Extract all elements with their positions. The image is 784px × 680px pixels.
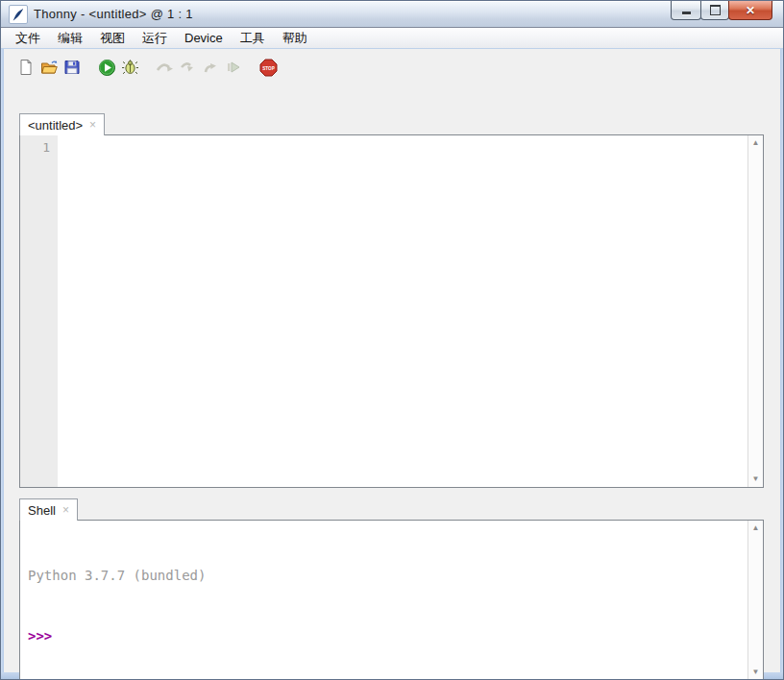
tab-close-icon[interactable]: × xyxy=(89,118,96,132)
svg-text:STOP: STOP xyxy=(262,65,274,70)
step-into-icon xyxy=(178,59,197,76)
shell-version-line: Python 3.7.7 (bundled) xyxy=(28,566,740,586)
step-over-button xyxy=(154,57,175,78)
step-over-icon xyxy=(155,59,174,76)
window-border-right xyxy=(780,49,783,672)
maximize-icon xyxy=(710,5,721,15)
tab-close-icon[interactable]: × xyxy=(62,503,69,517)
close-button[interactable]: ✕ xyxy=(728,1,772,20)
resume-icon xyxy=(225,59,242,76)
menu-edit[interactable]: 编辑 xyxy=(49,28,91,49)
close-icon: ✕ xyxy=(746,4,755,17)
shell-panel[interactable]: Python 3.7.7 (bundled) >>> ▲ ▼ xyxy=(19,520,764,680)
scroll-down-icon[interactable]: ▼ xyxy=(748,474,763,484)
menu-view[interactable]: 视图 xyxy=(91,28,134,49)
menu-tools[interactable]: 工具 xyxy=(232,28,274,49)
debug-button[interactable] xyxy=(119,57,140,78)
run-button[interactable] xyxy=(96,57,117,78)
tab-label: <untitled> xyxy=(28,118,83,133)
thonny-window: Thonny - <untitled> @ 1 : 1 ✕ 文件 编辑 视图 运… xyxy=(0,0,784,680)
open-file-button[interactable] xyxy=(38,57,60,78)
shell-scrollbar[interactable]: ▲ ▼ xyxy=(747,521,763,680)
step-out-button xyxy=(200,57,221,78)
line-number-gutter: 1 xyxy=(20,135,58,487)
toolbar: STOP xyxy=(15,53,281,82)
new-file-button[interactable] xyxy=(15,57,37,78)
stop-icon: STOP xyxy=(259,59,278,77)
tab-untitled[interactable]: <untitled> × xyxy=(19,113,105,135)
shell-output-area[interactable]: Python 3.7.7 (bundled) >>> xyxy=(20,521,747,680)
minimize-icon xyxy=(682,12,691,14)
editor-scrollbar[interactable]: ▲ ▼ xyxy=(747,135,763,487)
minimize-button[interactable] xyxy=(671,1,701,20)
step-out-icon xyxy=(201,59,220,76)
window-controls: ✕ xyxy=(672,1,772,20)
open-file-icon xyxy=(40,59,59,76)
menu-file[interactable]: 文件 xyxy=(7,28,49,49)
step-into-button xyxy=(177,57,198,78)
menu-device[interactable]: Device xyxy=(176,29,232,47)
save-file-button[interactable] xyxy=(61,57,83,78)
code-editor[interactable]: 1 ▲ ▼ xyxy=(19,134,764,488)
maximize-button[interactable] xyxy=(700,1,729,20)
titlebar[interactable]: Thonny - <untitled> @ 1 : 1 xyxy=(1,1,783,27)
menu-help[interactable]: 帮助 xyxy=(274,28,316,49)
debug-bug-icon xyxy=(121,59,139,77)
run-icon xyxy=(98,59,116,77)
shell-prompt[interactable]: >>> xyxy=(28,626,740,646)
client-area: STOP <untitled> × 1 ▲ ▼ Shell × xyxy=(4,49,780,672)
menubar: 文件 编辑 视图 运行 Device 工具 帮助 xyxy=(1,27,783,48)
stop-button[interactable]: STOP xyxy=(257,57,279,78)
window-title: Thonny - <untitled> @ 1 : 1 xyxy=(34,7,193,21)
line-number: 1 xyxy=(20,135,58,155)
menu-run[interactable]: 运行 xyxy=(134,28,176,49)
resume-button xyxy=(223,57,244,78)
scroll-up-icon[interactable]: ▲ xyxy=(748,523,763,533)
tab-shell[interactable]: Shell × xyxy=(19,498,78,521)
scroll-down-icon[interactable]: ▼ xyxy=(748,668,763,677)
feather-icon xyxy=(9,5,28,24)
new-file-icon xyxy=(17,59,35,76)
tab-label: Shell xyxy=(28,503,56,518)
scroll-up-icon[interactable]: ▲ xyxy=(748,138,763,148)
save-icon xyxy=(63,59,81,76)
